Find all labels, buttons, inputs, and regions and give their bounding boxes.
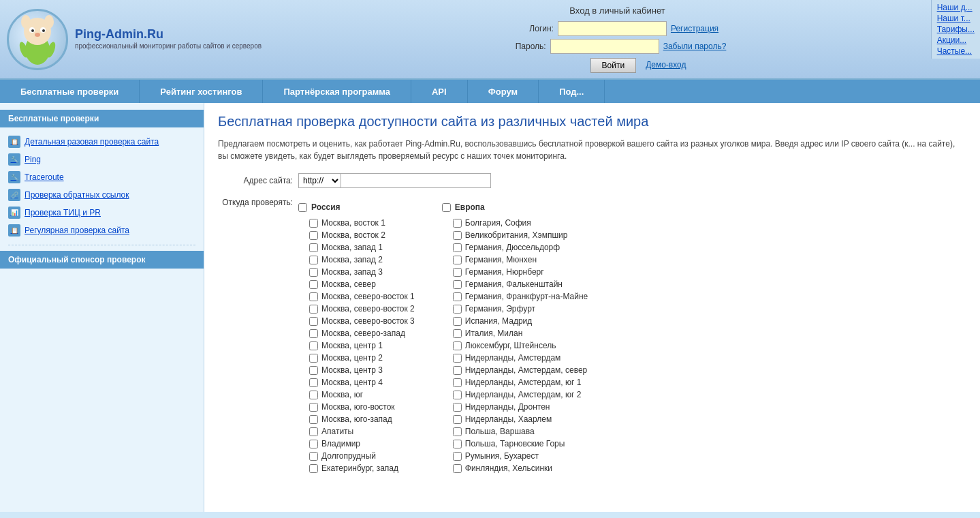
check-moscow-nw: Москва, северо-запад	[298, 327, 415, 339]
europe-label: Европа	[455, 202, 485, 212]
check-germany-erfurt: Германия, Эрфурт	[442, 303, 588, 315]
from-label: Откуда проверять:	[218, 198, 293, 207]
check-moscow-north: Москва, север	[298, 278, 415, 290]
site-subtitle: профессиональный мониторинг работы сайто…	[75, 42, 262, 51]
url-input[interactable]	[341, 173, 491, 188]
europe-column: Европа Болгария, София Великобритания, Х…	[442, 200, 588, 474]
demo-link[interactable]: Демо-вход	[646, 60, 686, 70]
register-link[interactable]: Регистрация	[671, 24, 718, 33]
check-poland-warsaw: Польша, Варшава	[442, 425, 588, 438]
check-netherlands-haarlem: Нидерланды, Хаарлем	[442, 413, 588, 425]
sidebar-label-traceroute: Traceroute	[25, 172, 64, 182]
nav-hosting-rating[interactable]: Рейтинг хостингов	[140, 80, 263, 103]
sidebar: Бесплатные проверки 📋 Детальная разовая …	[0, 103, 204, 512]
check-germany-nuremberg: Германия, Нюрнберг	[442, 266, 588, 278]
page-title: Бесплатная проверка доступности сайта из…	[218, 114, 966, 130]
top-link-5[interactable]: Частые...	[937, 46, 975, 56]
sidebar-item-detail[interactable]: 📋 Детальная разовая проверка сайта	[0, 133, 204, 151]
sidebar-label-detail: Детальная разовая проверка сайта	[25, 137, 159, 147]
page-description: Предлагаем посмотреть и оценить, как раб…	[218, 138, 966, 162]
check-poland-tarnowskie: Польша, Тарновские Горы	[442, 438, 588, 450]
russia-all-checkbox[interactable]	[298, 203, 307, 212]
check-finland-helsinki: Финляндия, Хельсинки	[442, 462, 588, 474]
top-link-1[interactable]: Наши д...	[937, 3, 975, 12]
forgot-link[interactable]: Забыли пароль?	[663, 42, 727, 51]
europe-all-checkbox[interactable]	[442, 203, 451, 212]
top-link-3[interactable]: Тарифы...	[937, 25, 975, 34]
from-row: Откуда проверять: Россия Москва, восток …	[218, 195, 966, 474]
ping-icon: 🔧	[8, 153, 20, 166]
sidebar-item-ping[interactable]: 🔧 Ping	[0, 151, 204, 168]
sidebar-label-tic: Проверка ТИЦ и PR	[25, 208, 101, 217]
svg-point-2	[21, 15, 31, 29]
site-name: Ping-Admin.Ru	[75, 27, 262, 42]
check-moscow-sw: Москва, юго-запад	[298, 413, 415, 425]
backlinks-icon: 🔗	[8, 189, 20, 201]
sidebar-item-backlinks[interactable]: 🔗 Проверка обратных ссылок	[0, 186, 204, 204]
check-moscow-se: Москва, юго-восток	[298, 401, 415, 413]
top-link-2[interactable]: Наши т...	[937, 14, 975, 23]
tic-icon: 📊	[8, 207, 20, 219]
check-germany-frankfurt: Германия, Франкфурт-на-Майне	[442, 290, 588, 303]
check-italy-milan: Италия, Милан	[442, 327, 588, 339]
check-moscow-center-4: Москва, центр 4	[298, 376, 415, 388]
nav-free-checks[interactable]: Бесплатные проверки	[0, 80, 140, 103]
russia-label: Россия	[311, 202, 341, 212]
login-input[interactable]	[558, 21, 667, 36]
check-germany-falkenstein: Германия, Фалькенштайн	[442, 278, 588, 290]
check-spain-madrid: Испания, Мадрид	[442, 315, 588, 327]
login-button[interactable]: Войти	[590, 58, 637, 73]
sidebar-item-tic-pr[interactable]: 📊 Проверка ТИЦ и PR	[0, 204, 204, 222]
logo-area: Ping-Admin.Ru профессиональный мониторин…	[7, 9, 262, 70]
russia-column: Россия Москва, восток 1 Москва, восток 2…	[298, 200, 415, 474]
content: Бесплатная проверка доступности сайта из…	[204, 103, 980, 512]
check-netherlands-dronten: Нидерланды, Дронтен	[442, 401, 588, 413]
check-vladimir: Владимир	[298, 438, 415, 450]
check-moscow-center-1: Москва, центр 1	[298, 339, 415, 352]
sidebar-header: Бесплатные проверки	[0, 110, 204, 127]
check-ekaterinburg-west: Екатеринбург, запад	[298, 462, 415, 474]
svg-point-8	[35, 33, 40, 37]
top-link-4[interactable]: Акции...	[937, 35, 975, 45]
protocol-select[interactable]: http:// https:// ftp://	[298, 173, 341, 188]
login-label: Логин:	[516, 24, 554, 33]
sidebar-label-backlinks: Проверка обратных ссылок	[25, 190, 129, 200]
login-row: Логин: Регистрация	[516, 21, 718, 36]
login-title: Вход в личный кабинет	[569, 5, 665, 16]
svg-point-7	[42, 29, 45, 32]
sidebar-item-regular[interactable]: 📋 Регулярная проверка сайта	[0, 222, 204, 239]
europe-header: Европа	[442, 200, 588, 214]
sidebar-item-traceroute[interactable]: 🔧 Traceroute	[0, 168, 204, 186]
logo-text: Ping-Admin.Ru профессиональный мониторин…	[75, 27, 262, 51]
header: Ping-Admin.Ru профессиональный мониторин…	[0, 0, 980, 80]
sidebar-label-ping: Ping	[25, 155, 41, 164]
check-netherlands-amsterdam-south2: Нидерланды, Амстердам, юг 2	[442, 388, 588, 401]
svg-point-6	[31, 29, 34, 32]
url-input-group: http:// https:// ftp://	[298, 173, 491, 188]
nav-forum[interactable]: Форум	[468, 80, 539, 103]
check-netherlands-amsterdam-north: Нидерланды, Амстердам, север	[442, 364, 588, 376]
nav-more[interactable]: Под...	[539, 80, 605, 103]
sidebar-divider	[8, 245, 195, 245]
check-section: Россия Москва, восток 1 Москва, восток 2…	[298, 200, 588, 474]
password-label: Пароль:	[509, 42, 546, 51]
check-germany-munich: Германия, Мюнхен	[442, 254, 588, 266]
main-layout: Бесплатные проверки 📋 Детальная разовая …	[0, 103, 980, 512]
check-moscow-west-1: Москва, запад 1	[298, 241, 415, 254]
password-input[interactable]	[550, 39, 659, 54]
navbar: Бесплатные проверки Рейтинг хостингов Па…	[0, 80, 980, 103]
check-germany-dusseldorf: Германия, Дюссельдорф	[442, 241, 588, 254]
russia-header: Россия	[298, 200, 415, 214]
address-row: Адрес сайта: http:// https:// ftp://	[218, 173, 966, 188]
sidebar-label-regular: Регулярная проверка сайта	[25, 226, 129, 235]
check-netherlands-amsterdam-south1: Нидерланды, Амстердам, юг 1	[442, 376, 588, 388]
check-moscow-west-2: Москва, запад 2	[298, 254, 415, 266]
login-form: Вход в личный кабинет Логин: Регистрация…	[262, 5, 973, 73]
nav-partner[interactable]: Партнёрская программа	[263, 80, 411, 103]
sidebar-sponsor: Официальный спонсор проверок	[0, 251, 204, 269]
nav-api[interactable]: API	[411, 80, 468, 103]
check-moscow-ne-3: Москва, северо-восток 3	[298, 315, 415, 327]
address-label: Адрес сайта:	[218, 176, 293, 185]
check-moscow-east-1: Москва, восток 1	[298, 217, 415, 229]
check-moscow-ne-2: Москва, северо-восток 2	[298, 303, 415, 315]
